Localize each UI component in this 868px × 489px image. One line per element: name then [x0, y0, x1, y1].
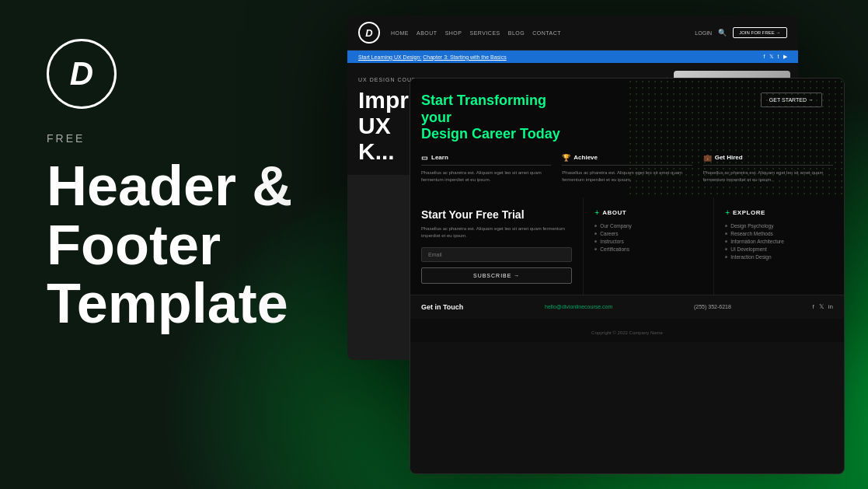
feature-divider-2	[562, 165, 692, 166]
announcement-link[interactable]: Chapter 3: Starting with the Basics	[423, 54, 506, 60]
feature-hired-text: Phasellus ac pharetra est. Aliquam eget …	[703, 169, 833, 183]
announcement-text: Start Learning UX Design: Chapter 3: Sta…	[358, 54, 507, 60]
dot-icon	[725, 225, 727, 227]
cta-section: Start Transforming your Design Career To…	[410, 79, 844, 197]
nav-bar: D HOME ABOUT SHOP SERVICES BLOG CONTACT …	[347, 16, 798, 51]
contact-phone: (255) 352-6218	[694, 304, 731, 309]
feature-achieve-title: 🏆 Achieve	[562, 154, 692, 162]
social-twitter[interactable]: 𝕏	[769, 54, 774, 60]
title-line2: Footer	[47, 214, 221, 276]
learn-icon: ▭	[421, 154, 428, 162]
nav-logo: D	[358, 22, 380, 44]
about-certifications-link[interactable]: Certifications	[600, 246, 629, 252]
feature-hired: 💼 Get Hired Phasellus ac pharetra est. A…	[703, 154, 833, 183]
social-youtube[interactable]: ▶	[783, 54, 787, 60]
dot-icon	[594, 248, 597, 250]
announcement-label: Start Learning UX Design:	[358, 54, 421, 60]
feature-achieve-text: Phasellus ac pharetra est. Aliquam eget …	[562, 169, 692, 183]
explore-dp-link[interactable]: Design Psychology	[730, 223, 773, 229]
nav-contact[interactable]: CONTACT	[532, 30, 561, 36]
dot-icon	[725, 248, 727, 250]
feature-learn-text: Phasellus ac pharetra est. Aliquam eget …	[421, 169, 551, 183]
about-company-link[interactable]: Our Company	[600, 223, 631, 229]
explore-link-2: Research Methods	[725, 231, 833, 236]
logo-circle: D	[47, 39, 117, 109]
cta-get-started-button[interactable]: GET STARTED →	[761, 93, 822, 107]
nav-blog[interactable]: BLOG	[508, 30, 525, 36]
login-button[interactable]: LOGIN	[695, 30, 712, 36]
cta-title-line1: Start Transforming your	[421, 93, 546, 125]
features-row: ▭ Learn Phasellus ac pharetra est. Aliqu…	[421, 154, 833, 183]
nav-services[interactable]: SERVICES	[469, 30, 500, 36]
explore-header: + Explore	[725, 208, 833, 217]
explore-link-3: Information Architecture	[725, 239, 833, 244]
feature-achieve: 🏆 Achieve Phasellus ac pharetra est. Ali…	[562, 154, 692, 183]
browser-mockup: D HOME ABOUT SHOP SERVICES BLOG CONTACT …	[371, 16, 845, 474]
mockup-stack: D HOME ABOUT SHOP SERVICES BLOG CONTACT …	[371, 16, 845, 474]
about-link-4: Certifications	[594, 246, 702, 252]
about-instructors-link[interactable]: Instructors	[600, 239, 623, 244]
nav-about[interactable]: ABOUT	[417, 30, 437, 36]
cta-title: Start Transforming your Design Career To…	[421, 93, 577, 143]
cta-title-line2: Design Career Today	[421, 126, 560, 141]
hired-icon: 💼	[703, 154, 712, 162]
explore-ia-link[interactable]: Information Architecture	[730, 239, 784, 244]
explore-col: + Explore Design Psychology Research Met…	[714, 197, 844, 295]
hero-title-line2: UX	[358, 113, 391, 138]
explore-link-1: Design Psychology	[725, 223, 833, 229]
about-header: + About	[594, 208, 702, 217]
front-card: Start Transforming your Design Career To…	[410, 78, 845, 474]
main-title: Header & Footer Template	[47, 157, 292, 334]
feature-learn: ▭ Learn Phasellus ac pharetra est. Aliqu…	[421, 154, 551, 183]
subscribe-button[interactable]: SUBSCRIBE →	[421, 267, 572, 284]
join-button[interactable]: JOIN FOR FREE →	[733, 27, 786, 38]
about-col: + About Our Company Careers Instructors	[584, 197, 714, 295]
explore-title: Explore	[733, 209, 765, 216]
social-tiktok[interactable]: t	[778, 54, 779, 60]
about-careers-link[interactable]: Careers	[600, 231, 618, 236]
plus-icon-about: +	[594, 208, 599, 217]
feature-learn-title: ▭ Learn	[421, 154, 551, 162]
plus-icon-explore: +	[725, 208, 730, 217]
copyright-text: Copyright © 2022 Company Name	[591, 330, 663, 335]
about-link-3: Instructors	[594, 239, 702, 244]
dot-icon	[594, 232, 597, 235]
feature-learn-label: Learn	[431, 154, 448, 161]
about-link-2: Careers	[594, 231, 702, 236]
footer-section: Start Your Free Trial Phasellus ac phare…	[410, 197, 844, 295]
feature-divider	[421, 165, 551, 166]
dot-icon	[725, 240, 727, 243]
nav-links: HOME ABOUT SHOP SERVICES BLOG CONTACT	[391, 30, 684, 36]
contact-email[interactable]: hello@divionlinecourse.com	[545, 304, 612, 309]
hero-title-line3: K...	[358, 138, 395, 164]
contact-twitter-icon[interactable]: 𝕏	[819, 303, 824, 310]
trial-text: Phasellus ac pharetra est. Aliquam eget …	[421, 225, 572, 239]
contact-bar: Get in Touch hello@divionlinecourse.com …	[410, 295, 844, 319]
trial-col: Start Your Free Trial Phasellus ac phare…	[410, 197, 584, 295]
social-facebook[interactable]: f	[764, 54, 765, 60]
free-label: FREE	[47, 132, 85, 145]
contact-label: Get in Touch	[421, 303, 463, 311]
title-line1: Header &	[47, 155, 292, 217]
feature-achieve-label: Achieve	[573, 154, 598, 161]
search-icon[interactable]: 🔍	[718, 29, 727, 37]
explore-rm-link[interactable]: Research Methods	[730, 231, 773, 236]
contact-social: f 𝕏 in	[813, 303, 833, 310]
nav-shop[interactable]: SHOP	[445, 30, 462, 36]
feature-divider-3	[703, 165, 833, 166]
email-input[interactable]	[421, 247, 572, 262]
achieve-icon: 🏆	[562, 154, 570, 162]
contact-linkedin-icon[interactable]: in	[828, 303, 833, 310]
nav-home[interactable]: HOME	[391, 30, 409, 36]
explore-id-link[interactable]: Interaction Design	[730, 254, 771, 260]
announcement-bar: Start Learning UX Design: Chapter 3: Sta…	[347, 51, 798, 63]
about-link-1: Our Company	[594, 223, 702, 229]
title-line3: Template	[47, 272, 288, 334]
feature-hired-title: 💼 Get Hired	[703, 154, 833, 162]
copyright-bar: Copyright © 2022 Company Name	[410, 319, 844, 342]
left-panel: D FREE Header & Footer Template	[0, 0, 373, 489]
contact-facebook-icon[interactable]: f	[813, 303, 814, 310]
dot-icon	[725, 232, 727, 235]
explore-ui-link[interactable]: UI Development	[730, 246, 767, 252]
feature-hired-label: Get Hired	[715, 154, 743, 161]
